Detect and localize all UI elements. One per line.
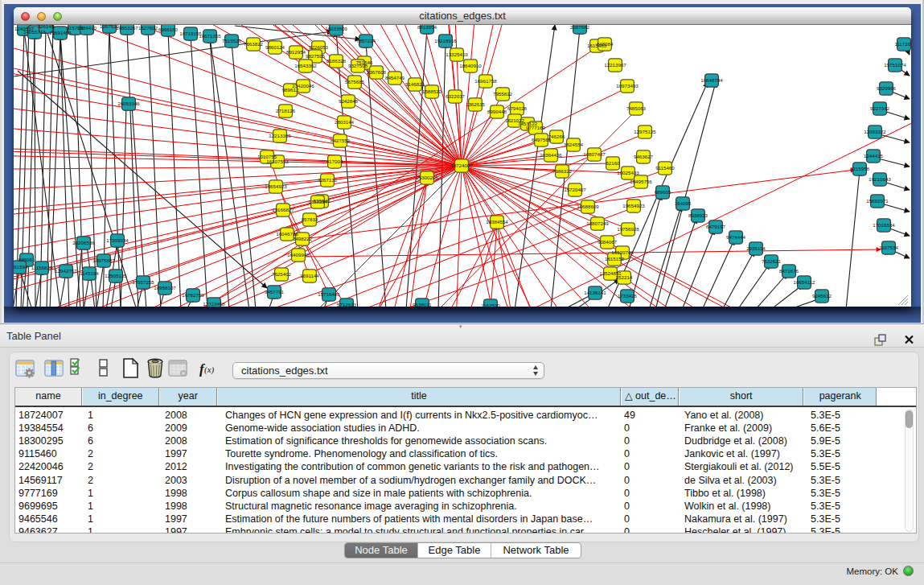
svg-text:857833: 857833 [302, 216, 318, 222]
svg-text:19384554: 19384554 [486, 219, 508, 225]
svg-text:25300205: 25300205 [416, 175, 438, 180]
svg-text:16033809: 16033809 [325, 26, 347, 31]
svg-text:1527602: 1527602 [138, 25, 158, 31]
svg-text:8990448: 8990448 [487, 109, 507, 114]
svg-text:835061: 835061 [18, 257, 35, 262]
svg-text:1588520: 1588520 [422, 89, 442, 94]
svg-text:11156829: 11156829 [31, 265, 53, 270]
svg-text:252214: 252214 [616, 274, 633, 280]
svg-text:12093322: 12093322 [864, 129, 886, 134]
svg-text:3498222: 3498222 [293, 236, 313, 241]
svg-text:12942757: 12942757 [55, 268, 77, 274]
svg-text:3267130: 3267130 [318, 177, 338, 183]
svg-text:1984410: 1984410 [77, 25, 97, 31]
svg-text:16782759: 16782759 [182, 292, 204, 298]
svg-text:8427552: 8427552 [331, 138, 351, 143]
svg-text:9638011: 9638011 [413, 302, 432, 307]
svg-text:15716485: 15716485 [318, 291, 340, 297]
svg-text:6322037: 6322037 [446, 93, 466, 99]
svg-text:10807487: 10807487 [583, 151, 606, 157]
svg-text:9457791: 9457791 [265, 289, 285, 295]
svg-text:16210643: 16210643 [869, 176, 891, 182]
svg-text:6966160: 6966160 [158, 27, 179, 32]
svg-text:10958107: 10958107 [154, 285, 176, 290]
svg-text:9777169: 9777169 [526, 125, 546, 130]
svg-text:15692971: 15692971 [866, 198, 889, 204]
svg-text:9827505: 9827505 [306, 53, 326, 59]
svg-text:10671355: 10671355 [199, 33, 221, 39]
svg-text:12213967: 12213967 [604, 62, 626, 68]
svg-text:1362615: 1362615 [466, 101, 486, 107]
svg-text:19166827: 19166827 [272, 207, 294, 212]
svg-text:62160: 62160 [606, 160, 620, 166]
svg-text:1691144: 1691144 [300, 273, 319, 278]
svg-text:9146821: 9146821 [405, 81, 425, 87]
svg-text:9227342: 9227342 [870, 105, 890, 111]
svg-text:16120746: 16120746 [611, 249, 634, 255]
svg-text:10025433: 10025433 [617, 170, 639, 175]
svg-text:10654112: 10654112 [793, 279, 815, 285]
svg-text:417004: 417004 [326, 159, 343, 164]
svg-text:10973493: 10973493 [616, 83, 639, 89]
svg-text:16961758: 16961758 [474, 78, 497, 84]
svg-text:6794028: 6794028 [507, 105, 528, 111]
svg-text:1117207: 1117207 [894, 41, 911, 47]
svg-text:19756928: 19756928 [617, 226, 639, 232]
svg-text:10648784: 10648784 [700, 77, 723, 83]
svg-text:8471676: 8471676 [779, 268, 799, 274]
svg-text:20364436: 20364436 [540, 152, 562, 158]
svg-text:10975887: 10975887 [92, 257, 115, 263]
svg-text:20206536: 20206536 [72, 240, 95, 245]
svg-text:2367608: 2367608 [367, 69, 387, 75]
svg-text:7663822: 7663822 [244, 41, 264, 47]
svg-text:7632621: 7632621 [762, 258, 782, 264]
svg-text:16543362: 16543362 [294, 63, 317, 68]
svg-text:5712633: 5712633 [337, 302, 357, 307]
svg-text:18807249: 18807249 [586, 220, 609, 226]
svg-text:13325419: 13325419 [446, 51, 468, 57]
svg-text:8813054: 8813054 [417, 25, 437, 30]
svg-text:1010755: 1010755 [257, 154, 277, 159]
svg-text:1244415: 1244415 [864, 153, 884, 159]
svg-text:9329966: 9329966 [877, 85, 897, 91]
svg-text:391594: 391594 [14, 264, 28, 270]
svg-text:19654923: 19654923 [265, 183, 287, 189]
svg-text:7485063: 7485063 [626, 105, 647, 111]
svg-text:848084: 848084 [597, 41, 614, 47]
svg-text:1167534: 1167534 [879, 245, 898, 250]
svg-text:1145194: 1145194 [80, 270, 99, 276]
svg-text:18495756: 18495756 [630, 179, 652, 184]
svg-text:10853267: 10853267 [116, 25, 138, 31]
svg-text:17016534: 17016534 [873, 222, 895, 228]
svg-text:12975125: 12975125 [634, 129, 656, 134]
svg-text:15751074: 15751074 [884, 62, 906, 68]
svg-text:16409948: 16409948 [287, 252, 310, 257]
svg-text:14136141: 14136141 [584, 290, 606, 295]
svg-text:26053346: 26053346 [117, 101, 140, 106]
svg-text:20691406: 20691406 [49, 30, 72, 35]
svg-text:9245612: 9245612 [812, 293, 832, 299]
svg-text:2803144: 2803144 [335, 119, 355, 125]
svg-text:9474444: 9474444 [726, 234, 746, 240]
svg-text:12505135: 12505135 [105, 273, 127, 278]
svg-text:16107553: 16107553 [266, 159, 289, 164]
svg-text:8186328: 8186328 [326, 58, 347, 64]
svg-text:9242848: 9242848 [339, 98, 359, 104]
svg-text:9327508: 9327508 [348, 63, 368, 68]
svg-text:8938923: 8938923 [688, 212, 708, 218]
svg-text:1615152: 1615152 [605, 256, 625, 262]
svg-text:18724007: 18724007 [450, 163, 473, 168]
svg-text:8912954: 8912954 [286, 49, 306, 55]
svg-text:9860124: 9860124 [265, 44, 285, 50]
svg-text:7955812: 7955812 [493, 91, 513, 97]
svg-text:18640910: 18640910 [459, 63, 482, 68]
svg-text:326140: 326140 [38, 25, 55, 29]
svg-text:689605: 689605 [655, 189, 671, 195]
svg-text:8454749: 8454749 [385, 75, 405, 80]
svg-text:5675685: 5675685 [345, 79, 365, 84]
svg-text:17323468: 17323468 [203, 301, 225, 307]
svg-text:9084067: 9084067 [598, 239, 618, 245]
svg-text:1162530: 1162530 [481, 303, 500, 307]
svg-text:9463627: 9463627 [634, 154, 654, 159]
svg-text:7515526: 7515526 [222, 38, 242, 43]
